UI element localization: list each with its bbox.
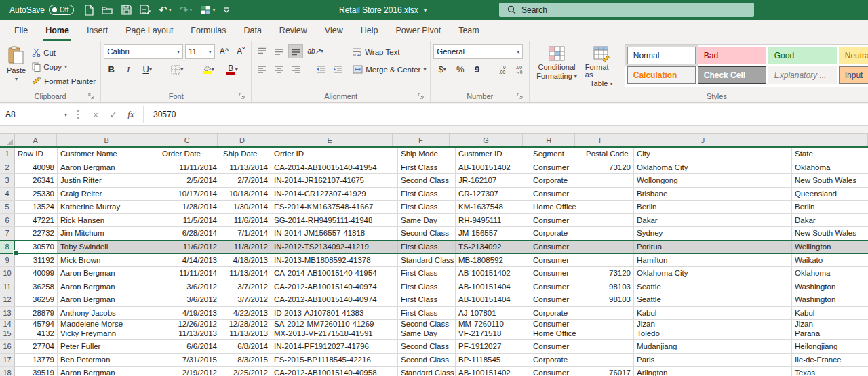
row-header-5[interactable]: 5	[0, 201, 15, 213]
name-box[interactable]: A8 ▾	[0, 106, 73, 123]
cell[interactable]: 2/7/2014	[220, 174, 271, 187]
cell[interactable]: 98103	[583, 293, 634, 306]
font-dialog-launcher[interactable]	[239, 93, 246, 100]
cell[interactable]: KM-1637548	[456, 201, 530, 213]
cell[interactable]	[583, 254, 634, 267]
column-header-H[interactable]: H	[523, 134, 575, 146]
cell[interactable]: First Class	[398, 267, 456, 280]
search-input[interactable]: Search	[499, 3, 754, 17]
cell[interactable]: 47221	[15, 214, 58, 227]
cell[interactable]: City	[634, 148, 792, 161]
enter-button[interactable]: ✓	[105, 110, 121, 120]
cell[interactable]: Wellington	[792, 241, 868, 253]
cell[interactable]: Seattle	[634, 293, 792, 306]
cell[interactable]: Consumer	[530, 241, 583, 253]
cell[interactable]: Mudanjiang	[634, 340, 792, 353]
cell[interactable]: First Class	[398, 241, 456, 253]
cell[interactable]: Aaron Bergman	[58, 161, 159, 174]
column-header-C[interactable]: C	[157, 134, 218, 146]
cell[interactable]	[583, 188, 634, 201]
cell[interactable]: 98103	[583, 280, 634, 293]
cell[interactable]: Berlin	[634, 201, 792, 213]
cell[interactable]: Sydney	[634, 227, 792, 240]
cell[interactable]: 6/28/2014	[159, 227, 220, 240]
cell[interactable]: 11/5/2014	[159, 214, 220, 227]
cell[interactable]: Kabul	[634, 307, 792, 320]
cell[interactable]: SA-2012-MM7260110-41269	[271, 320, 398, 327]
increase-decimal-button[interactable]: ←0.00	[495, 62, 510, 77]
cell[interactable]	[583, 174, 634, 187]
shrink-font-button[interactable]: Aˇ	[233, 45, 248, 59]
cell[interactable]: Standard Class	[398, 367, 456, 376]
cell[interactable]: Consumer	[530, 340, 583, 353]
column-header-J[interactable]: J	[625, 134, 781, 146]
column-header-A[interactable]: A	[15, 134, 57, 146]
cell[interactable]: Paris	[634, 354, 792, 367]
row-header-11[interactable]: 11	[0, 280, 15, 293]
cell[interactable]: 7/1/2014	[220, 227, 271, 240]
cell[interactable]: 13779	[15, 354, 58, 367]
cell[interactable]: 31192	[15, 254, 58, 267]
row-header-17[interactable]: 17	[0, 354, 15, 367]
cell-style-check-cell[interactable]: Check Cell	[698, 66, 766, 84]
cell[interactable]: Second Class	[398, 174, 456, 187]
cell[interactable]: 28879	[15, 307, 58, 320]
cell[interactable]: Corporate	[530, 354, 583, 367]
cell[interactable]: 4/19/2013	[159, 307, 220, 320]
cell[interactable]: Wollongong	[634, 174, 792, 187]
wrap-text-button[interactable]: Wrap Text	[351, 45, 428, 59]
cell-style-explanatory-[interactable]: Explanatory ...	[768, 66, 837, 84]
cell[interactable]: Postal Code	[583, 148, 634, 161]
save-as-button[interactable]	[136, 2, 154, 18]
cancel-button[interactable]: ×	[87, 110, 104, 120]
tab-formulas[interactable]: Formulas	[182, 20, 235, 41]
cell[interactable]: Dakar	[792, 214, 868, 227]
cell[interactable]: Corporate	[530, 227, 583, 240]
cell[interactable]: Jizan	[792, 320, 868, 327]
font-color-button[interactable]: B ▾	[221, 62, 243, 77]
cell[interactable]: CA-2014-AB10015140-41954	[271, 161, 398, 174]
cell[interactable]: Ship Date	[220, 148, 271, 161]
cell[interactable]: Aaron Bergman	[58, 267, 159, 280]
cell[interactable]: Jizan	[634, 320, 792, 327]
customize-qat-button[interactable]	[220, 2, 233, 18]
cell[interactable]: BP-1118545	[456, 354, 530, 367]
tab-home[interactable]: Home	[37, 20, 78, 41]
cell[interactable]	[583, 340, 634, 353]
cell[interactable]: 3/7/2012	[220, 293, 271, 306]
cell[interactable]: Berlin	[792, 201, 868, 213]
cell[interactable]: Mick Brown	[58, 254, 159, 267]
cell[interactable]: Second Class	[398, 340, 456, 353]
cell-style-bad[interactable]: Bad	[698, 47, 766, 64]
cell[interactable]: IN-2014-CR127307-41929	[271, 188, 398, 201]
number-format-select[interactable]: General ▾	[433, 44, 523, 59]
align-middle-button[interactable]	[271, 44, 286, 58]
formula-input[interactable]: 30570	[144, 110, 176, 119]
cell[interactable]: Craig Reiter	[58, 188, 159, 201]
row-header-1[interactable]: 1	[0, 148, 15, 161]
cell[interactable]: 11/8/2012	[220, 241, 271, 253]
cell-style-neutral[interactable]: Neutral	[839, 47, 868, 64]
column-header-I[interactable]: I	[575, 134, 625, 146]
cell[interactable]: Ile-de-France	[792, 354, 868, 367]
align-center-button[interactable]	[271, 62, 286, 76]
fill-color-button[interactable]: ▾	[197, 62, 219, 77]
cell[interactable]: Queensland	[792, 188, 868, 201]
row-header-14[interactable]: 14	[0, 320, 15, 327]
cell[interactable]: 11/13/2014	[220, 161, 271, 174]
align-top-button[interactable]	[254, 44, 269, 58]
cell[interactable]: Corporate	[530, 174, 583, 187]
grow-font-button[interactable]: A^	[217, 45, 232, 59]
row-header-15[interactable]: 15	[0, 327, 15, 340]
cell[interactable]: First Class	[398, 293, 456, 306]
tab-view[interactable]: View	[316, 20, 352, 41]
decrease-decimal-button[interactable]: .00→0	[511, 62, 526, 77]
cell[interactable]: 3/6/2012	[159, 280, 220, 293]
cell[interactable]: 2/5/2014	[159, 174, 220, 187]
cell[interactable]: 10/17/2014	[159, 188, 220, 201]
cell[interactable]: Porirua	[634, 241, 792, 253]
cell[interactable]: JR-162107	[456, 174, 530, 187]
cell[interactable]: Order ID	[271, 148, 398, 161]
column-header-F[interactable]: F	[393, 134, 450, 146]
row-header-10[interactable]: 10	[0, 267, 15, 280]
